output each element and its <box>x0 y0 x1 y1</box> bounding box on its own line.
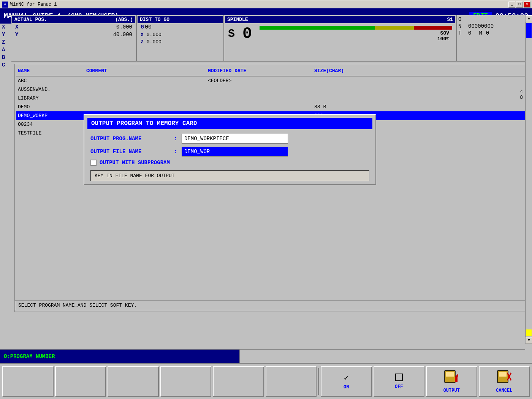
row-name: ABC <box>16 77 85 84</box>
table-row[interactable]: LIBRARY <box>16 94 527 103</box>
left-z-label: Z <box>1 39 6 46</box>
dist-header: DIST TO GO <box>138 16 223 23</box>
dialog-colon-1: : <box>174 136 182 142</box>
on-label: ON <box>344 385 349 390</box>
n-value: 00000000 <box>468 23 494 29</box>
softkey-6[interactable] <box>266 366 317 397</box>
dist-x-value: 0.000 <box>147 32 162 38</box>
spindle-s-prefix: S <box>228 27 235 40</box>
x-axis-value: 0.000 <box>116 24 132 30</box>
table-row[interactable]: AUSSENWAND. <box>16 85 527 94</box>
spindle-panel: SPINDLE S1 S 0 SOV 100% <box>224 15 457 61</box>
bottom-input-bar: O:PROGRAM NUMBER <box>0 349 525 363</box>
g-value: 00 <box>145 24 152 30</box>
n-row: N 00000000 <box>458 23 524 30</box>
left-x-label: X <box>1 24 6 30</box>
softkey-2[interactable] <box>55 366 106 397</box>
left-b-label: B <box>1 54 6 61</box>
row-modified: <FOLDER> <box>206 77 313 84</box>
row-modified <box>206 95 313 102</box>
pos-row-y: Y 40.000 <box>12 31 135 38</box>
softkey-5[interactable] <box>213 366 264 397</box>
scroll-down-button[interactable]: ▼ <box>526 337 532 344</box>
maximize-button[interactable]: □ <box>516 2 523 8</box>
scroll-track[interactable] <box>526 39 532 329</box>
scrollbar[interactable]: ▲ ▼ <box>525 15 532 344</box>
spindle-label: SPINDLE <box>227 17 248 22</box>
off-icon <box>395 374 403 381</box>
output-dialog: OUTPUT PROGRAM TO MEMORY CARD OUTPUT PRO… <box>84 114 376 185</box>
sov-label: SOV <box>440 30 449 36</box>
dist-z-value: 0.000 <box>147 39 162 45</box>
actual-pos-label: ACTUAL POS. <box>14 17 47 22</box>
dialog-colon-2: : <box>174 149 182 155</box>
m-value: 0 <box>486 30 489 36</box>
scroll-thumb[interactable] <box>526 23 532 38</box>
spindle-bar-container: SOV 100% <box>260 26 452 42</box>
program-list-body[interactable]: NAME COMMENT MODIFIED DATE SIZE(CHAR) AB… <box>14 64 529 312</box>
row-comment <box>85 103 206 111</box>
row-size <box>313 77 527 84</box>
dialog-file-name-label: OUTPUT FILE NAME <box>90 149 174 155</box>
softkey-on[interactable]: ✓ ON <box>321 366 372 397</box>
program-number-field[interactable]: O:PROGRAM NUMBER <box>0 350 239 363</box>
minimize-button[interactable]: _ <box>508 2 515 8</box>
dialog-file-name-input[interactable] <box>182 147 288 157</box>
spindle-display: S 0 SOV 100% <box>225 23 455 44</box>
t-value: 0 <box>468 30 471 36</box>
row-modified <box>206 103 313 111</box>
row-size: 88 R <box>313 103 527 111</box>
actual-position-panel: ACTUAL POS. (ABS.) X 0.000 Y 40.000 <box>11 15 137 61</box>
softkey-4[interactable] <box>160 366 212 397</box>
dist-z-label: Z <box>141 39 144 45</box>
g-code: G <box>141 24 144 30</box>
spindle-bar <box>260 26 452 30</box>
row-name: DEMO_WORKP <box>16 112 85 119</box>
sov-display: SOV 100% <box>260 30 452 42</box>
right-numbers: 4 8 <box>519 88 524 101</box>
col-name: NAME <box>16 67 85 74</box>
table-row[interactable]: ABC <FOLDER> <box>16 76 527 85</box>
svg-rect-5 <box>499 372 507 377</box>
onmt-panel: O N 00000000 T 0 M 0 <box>457 15 525 61</box>
scroll-up-button[interactable]: ▲ <box>526 15 532 22</box>
cancel-label: CANCEL <box>496 388 512 393</box>
softkey-1[interactable] <box>2 366 54 397</box>
dialog-subprogram-row: OUTPUT WITH SUBPROGRAM <box>87 160 372 166</box>
dialog-subprogram-label: OUTPUT WITH SUBPROGRAM <box>100 160 170 166</box>
status-message: SELECT PROGRAM NAME.AND SELECT SOFT KEY. <box>18 302 137 308</box>
dist-to-go-panel: DIST TO GO G 00 X 0.000 Z 0.000 <box>137 15 224 61</box>
output-icon <box>444 370 459 386</box>
o-label: O <box>458 16 466 22</box>
dist-z-row: Z 0.000 <box>138 38 223 46</box>
dialog-file-name-row: OUTPUT FILE NAME : <box>87 147 372 157</box>
dialog-checkbox[interactable] <box>90 160 97 166</box>
dialog-prog-name-label: OUTPUT PROG.NAME <box>90 136 174 142</box>
softkey-output[interactable]: OUTPUT <box>426 366 477 397</box>
dialog-prog-name-input[interactable] <box>182 134 288 144</box>
left-axis-labels: X Y Z A B C <box>1 24 6 68</box>
top-info-section: ACTUAL POS. (ABS.) X 0.000 Y 40.000 DIST… <box>11 15 525 62</box>
spindle-value: 0 <box>242 25 252 43</box>
content-area: NAME COMMENT MODIFIED DATE SIZE(CHAR) AB… <box>11 62 532 344</box>
dist-x-row: X 0.000 <box>138 31 223 38</box>
softkey-3[interactable] <box>108 366 159 397</box>
status-bar: SELECT PROGRAM NAME.AND SELECT SOFT KEY. <box>15 301 529 310</box>
softkey-cancel[interactable]: CANCEL <box>479 366 530 397</box>
left-c-label: C <box>1 62 6 68</box>
scroll-indicator-yellow <box>526 329 532 336</box>
row-comment <box>85 77 206 84</box>
window-controls[interactable]: _ □ ✕ <box>508 2 530 8</box>
row-modified <box>206 86 313 93</box>
on-icon: ✓ <box>344 373 349 383</box>
spindle-header: SPINDLE S1 <box>225 16 455 23</box>
softkey-off[interactable]: OFF <box>374 366 425 397</box>
close-button[interactable]: ✕ <box>524 2 530 8</box>
table-row[interactable]: DEMO 88 R <box>16 103 527 111</box>
actual-pos-abs: (ABS.) <box>115 17 133 22</box>
row-name: O0234 <box>16 121 85 128</box>
title-bar: W WinNC for Fanuc i _ □ ✕ <box>0 0 532 8</box>
bar-green <box>260 26 375 30</box>
pos-row-x: X 0.000 <box>12 23 135 31</box>
bar-red <box>414 26 452 30</box>
